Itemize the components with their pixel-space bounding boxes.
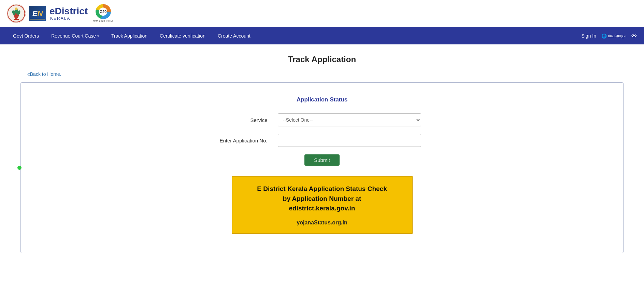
language-label: മലയാളം <box>608 33 626 39</box>
back-link-section: «Back to Home. <box>0 69 644 82</box>
svg-rect-8 <box>14 19 19 20</box>
application-no-input[interactable] <box>278 134 421 147</box>
header-logos: EN eDistrict KERALA G20 भारत 2023 INDIA <box>7 4 115 23</box>
nav-item-certificate-verification[interactable]: Certificate verification <box>154 27 212 44</box>
nav-item-govt-orders[interactable]: Govt Orders <box>7 27 45 44</box>
form-area: Service --Select One-- Enter Application… <box>169 113 476 234</box>
navbar-right: Sign In 🌐 മലയാളം 👁 <box>581 32 637 40</box>
submit-button[interactable]: Submit <box>304 154 340 166</box>
application-no-row: Enter Application No. <box>169 134 476 147</box>
page-title: Track Application <box>0 55 644 64</box>
service-label: Service <box>169 117 278 123</box>
info-banner: E District Kerala Application Status Che… <box>232 176 413 234</box>
nav-item-create-account[interactable]: Create Account <box>212 27 257 44</box>
nav-item-track-application[interactable]: Track Application <box>105 27 154 44</box>
language-selector[interactable]: 🌐 മലയാളം <box>601 33 626 39</box>
application-no-label: Enter Application No. <box>169 138 278 143</box>
sign-in-link[interactable]: Sign In <box>581 33 596 39</box>
main-card: Application Status Service --Select One-… <box>20 82 624 253</box>
application-status-heading: Application Status <box>34 96 610 103</box>
g20-logo: G20 भारत 2023 INDIA <box>91 4 115 23</box>
revenue-court-dropdown-arrow: ▾ <box>97 34 99 38</box>
submit-row: Submit <box>169 154 476 166</box>
header: EN eDistrict KERALA G20 भारत 2023 INDIA <box>0 0 644 27</box>
edistrict-logo-text: eDistrict KERALA <box>49 6 88 21</box>
green-dot-indicator <box>17 166 22 170</box>
nav-item-revenue-court-case[interactable]: Revenue Court Case ▾ <box>45 27 105 44</box>
page-title-section: Track Application <box>0 44 644 69</box>
navbar: Govt Orders Revenue Court Case ▾ Track A… <box>0 27 644 44</box>
navbar-left: Govt Orders Revenue Court Case ▾ Track A… <box>7 27 581 44</box>
back-to-home-link[interactable]: «Back to Home. <box>27 71 61 77</box>
service-select[interactable]: --Select One-- <box>278 113 421 126</box>
accessibility-eye-icon[interactable]: 👁 <box>631 32 637 40</box>
svg-point-6 <box>15 8 18 10</box>
info-banner-text: E District Kerala Application Status Che… <box>243 184 402 213</box>
en-logo: EN <box>29 6 46 21</box>
kerala-emblem-logo <box>7 4 26 23</box>
globe-icon: 🌐 <box>601 33 607 39</box>
service-row: Service --Select One-- <box>169 113 476 126</box>
info-banner-sub: yojanaStatus.org.in <box>243 220 402 226</box>
